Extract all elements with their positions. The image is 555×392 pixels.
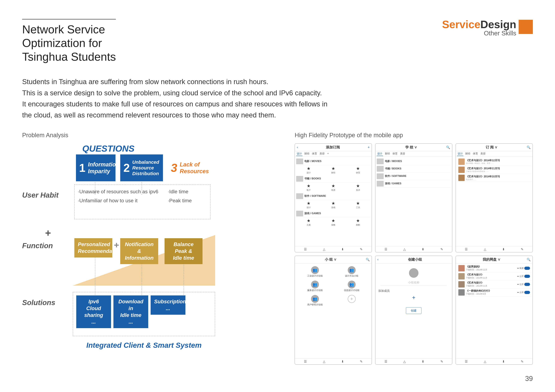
phone1-plus-icon[interactable]: + — [368, 145, 370, 149]
phone4-title: 小 组 ∨ — [297, 257, 365, 262]
phone4-group-add[interactable]: + — [334, 294, 369, 307]
phone5-add-member-button[interactable]: + — [378, 294, 449, 301]
phone4-group-4[interactable]: 👥 信息设计讨论组 — [334, 280, 369, 293]
phone4-download-icon[interactable]: ⬇ — [341, 360, 344, 363]
phone3-bottom-bar: ☰ △ ⬇ ✎ — [456, 246, 533, 252]
phone3-tabs: 设计 财经 体育 美容 — [456, 151, 533, 157]
phone3-cloud-icon[interactable]: △ — [484, 247, 486, 251]
phone3-tab-design[interactable]: 设计 — [457, 152, 463, 156]
q2-text: Unbalanced Resource Distribution — [132, 159, 159, 176]
phone3-search-icon[interactable]: 🔍 — [527, 145, 531, 149]
phone2-tab-beauty[interactable]: 美容 — [400, 152, 406, 156]
phone2-search-icon[interactable]: 🔍 — [446, 145, 450, 149]
phone2-download-icon[interactable]: ⬇ — [422, 247, 424, 251]
phone2-menu-icon[interactable]: ☰ — [384, 247, 387, 251]
phone1-back-icon[interactable]: ‹ — [297, 145, 298, 149]
left-column: Problem Analysis QUESTIONS 1 Information… — [22, 132, 282, 365]
phone4-cloud-icon[interactable]: △ — [323, 360, 325, 363]
phone2-tab-sports[interactable]: 体育 — [392, 152, 398, 156]
phone3-menu-icon[interactable]: ☰ — [465, 247, 468, 251]
phone2-tab-finance[interactable]: 财经 — [384, 152, 391, 156]
phone4-group-5[interactable]: 👥 用户研究讨论组 — [297, 294, 333, 307]
star-icon[interactable]: ★ — [307, 184, 310, 188]
phone2-row-movies: 电影 / MOVIES — [377, 158, 451, 165]
star-icon[interactable]: ★ — [356, 166, 360, 171]
phone6-download-icon[interactable]: ⬇ — [502, 360, 505, 363]
phone6-search-icon[interactable]: 🔍 — [527, 258, 531, 261]
phone2-edit-icon[interactable]: ✎ — [440, 247, 443, 251]
star-icon[interactable]: ★ — [331, 184, 335, 188]
star-icon[interactable]: ★ — [331, 201, 335, 206]
phone6-toggle-2[interactable] — [524, 275, 530, 278]
phone3-tab-sports[interactable]: 体育 — [472, 152, 479, 156]
phone3-tab-finance[interactable]: 财经 — [465, 152, 471, 156]
phone3-tab-beauty[interactable]: 美容 — [480, 152, 486, 156]
phone5-edit-icon[interactable]: ✎ — [440, 360, 443, 363]
phone4-menu-icon[interactable]: ☰ — [304, 360, 307, 363]
phone3-thumb-2 — [458, 167, 465, 173]
phone3-edit-icon[interactable]: ✎ — [521, 247, 524, 251]
phone3-item-1: 《艺术与设计》2014年12月刊 设计师都一种形态，绘画、美景…… — [457, 158, 531, 166]
phone4-group-2[interactable]: 👥 设计方法小组 — [334, 265, 369, 278]
phone1-tab-design[interactable]: 设计 — [296, 152, 302, 156]
phone3-download-icon[interactable]: ⬇ — [502, 247, 505, 251]
star-icon[interactable]: ★ — [356, 218, 360, 223]
phone6-cloud-icon[interactable]: △ — [484, 360, 486, 363]
star-icon[interactable]: ★ — [307, 166, 310, 171]
brand-square-orange — [518, 20, 533, 34]
star-icon[interactable]: ★ — [356, 201, 360, 206]
phone5-download-icon[interactable]: ⬇ — [422, 360, 424, 363]
phone4-search-icon[interactable]: 🔍 — [366, 258, 370, 261]
phone4-group-2-icon: 👥 — [348, 266, 356, 274]
phone5-create-button[interactable]: 创建 — [406, 307, 422, 314]
phone6-thumb-3 — [458, 281, 465, 287]
phone1-download-icon[interactable]: ⬇ — [341, 247, 344, 251]
star-icon[interactable]: ★ — [307, 218, 310, 223]
star-icon[interactable]: ★ — [307, 201, 310, 206]
phone6-title: 我的网盘 ∨ — [458, 257, 526, 262]
brand-block: ServiceDesign Other Skills — [442, 19, 533, 37]
phone1-tab-more[interactable]: + — [327, 152, 329, 156]
phone4-group-2-label: 设计方法小组 — [345, 275, 358, 278]
phone6-menu-icon[interactable]: ☰ — [465, 360, 468, 363]
phone4-group-3[interactable]: 👥 服务设计讨论组 — [297, 280, 333, 293]
phone2-cloud-icon[interactable]: △ — [403, 247, 406, 251]
phone1-thumb-books — [296, 176, 303, 182]
phone5-cloud-icon[interactable]: △ — [403, 360, 406, 363]
brand-other-skills: Other Skills — [442, 30, 516, 37]
phone4-group-4-label: 信息设计讨论组 — [344, 289, 359, 292]
phone4-group-1-label: 工业设计讨论组 — [307, 275, 323, 278]
phone6-thumb-2 — [458, 273, 465, 279]
phone6-thumb-4 — [458, 289, 465, 296]
phone1-stars-2: ★电子 ★纸质 ★美术 — [296, 183, 370, 192]
description: Students in Tsinghua are suffering from … — [22, 76, 433, 121]
func-balance-box: Balance Peak & Idle time — [165, 238, 203, 264]
phone6-toggle-1[interactable] — [524, 267, 530, 270]
phone5-back-icon[interactable]: ‹ — [377, 257, 379, 262]
phone5-body: 小组名称 添加成员 + 创建 — [375, 263, 452, 358]
q3-box: 3 Lack of Resources — [168, 154, 206, 181]
phone1-edit-icon[interactable]: ✎ — [360, 247, 363, 251]
phone1-row-games: 游戏 / GAMES — [296, 210, 370, 217]
star-icon[interactable]: ★ — [331, 218, 335, 223]
content-row: Problem Analysis QUESTIONS 1 Information… — [22, 132, 533, 365]
phone1-thumb-software — [296, 193, 303, 199]
phone6-share-1: ⬅ 私密 — [517, 267, 530, 270]
phone5-menu-icon[interactable]: ☰ — [384, 360, 387, 363]
phone1-tab-beauty[interactable]: 美容 — [319, 152, 325, 156]
phone5-name-input[interactable]: 小组名称 — [381, 279, 447, 286]
phone6-toggle-4[interactable] — [524, 291, 530, 294]
phone6-toggle-3[interactable] — [524, 283, 530, 286]
phone1-tab-finance[interactable]: 财经 — [304, 152, 310, 156]
phone2-tab-design[interactable]: 设计 — [377, 152, 383, 156]
phone4-group-3-label: 服务设计讨论组 — [307, 289, 323, 292]
phone4-group-1[interactable]: 👥 工业设计讨论组 — [297, 265, 333, 278]
star-icon[interactable]: ★ — [331, 166, 335, 171]
sol-box-3: Subscription ... — [151, 295, 185, 315]
star-icon[interactable]: ★ — [356, 184, 360, 188]
phone6-edit-icon[interactable]: ✎ — [521, 360, 524, 363]
phone1-cloud-icon[interactable]: △ — [323, 247, 325, 251]
phone1-tab-sports[interactable]: 体育 — [311, 152, 318, 156]
phone4-edit-icon[interactable]: ✎ — [360, 360, 363, 363]
phone1-menu-icon[interactable]: ☰ — [304, 247, 307, 251]
